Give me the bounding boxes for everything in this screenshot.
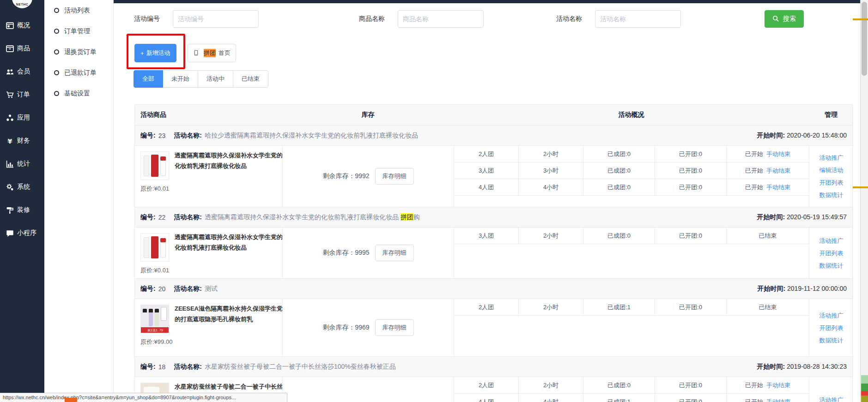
sidebar-item-apps[interactable]: 应用: [0, 106, 44, 129]
scrollbar-thumb[interactable]: [862, 2, 867, 76]
sidebar-item-label: 财务: [17, 137, 30, 145]
group-size: 3人团: [454, 228, 519, 244]
sidebar-item-goods[interactable]: 商品: [0, 37, 44, 60]
sidebar-item-orders[interactable]: 订单: [0, 83, 44, 106]
manage-link-2[interactable]: 数据统计: [819, 259, 844, 272]
group-row: 2人团2小时已成团:1已开团:0已结束: [454, 299, 809, 316]
groups-cell: 2人团2小时已成团:0已开团:0已开始手动结束3人团3小时已成团:0已开团:0已…: [454, 146, 809, 207]
manual-end-link[interactable]: 手动结束: [766, 167, 790, 175]
activity-header-row: 编号: 22 活动名称: 透蜜隔离霜遮瑕持久保湿补水女学生党的化妆前乳液打底裸妆…: [135, 207, 852, 228]
product-badge: 买1送1 .79: [141, 327, 169, 333]
subnav-item-1[interactable]: 订单管理: [44, 21, 113, 42]
group-size: 4人团: [454, 394, 519, 402]
product-name: 透蜜隔离霜遮瑕持久保湿补水女学生党的化妆前乳液打底裸妆化妆品: [175, 150, 283, 172]
subnav-item-0[interactable]: 活动列表: [44, 0, 113, 21]
groups-cell: 2人团2小时已成团:1已开团:0已结束: [454, 299, 809, 356]
search-field-input[interactable]: [398, 10, 484, 28]
product-price: 原价:¥99.00: [140, 338, 172, 346]
group-size: 2人团: [454, 299, 519, 315]
sidebar-item-miniapp[interactable]: 小程序: [0, 222, 44, 245]
search-field-1: 商品名称: [359, 10, 484, 28]
activity-header-left: 编号: 22 活动名称: 透蜜隔离霜遮瑕持久保湿补水女学生党的化妆前乳液打底裸妆…: [140, 213, 420, 222]
stock-cell: 剩余库存：9969 库存明细: [282, 299, 454, 356]
sidebar-item-label: 应用: [17, 114, 30, 122]
subnav-item-2[interactable]: 退换货订单: [44, 42, 113, 62]
search-field-input[interactable]: [173, 10, 259, 28]
add-activity-button[interactable]: + 新增活动: [134, 44, 176, 62]
product-image: 买1送1 .79: [140, 305, 169, 333]
main-nav-items: 概况 商品 会员 订单 应用 ¥ 财务 统计 系统 装修 小程序: [0, 14, 44, 245]
start-time-label: 开始时间:: [757, 213, 785, 221]
circle-o-icon: [54, 29, 59, 34]
manage-cell: 活动推广编辑活动开团列表数据统计: [809, 146, 853, 207]
manual-end-link[interactable]: 手动结束: [766, 183, 790, 192]
manage-link-0[interactable]: 活动推广: [819, 309, 844, 322]
stock-remaining: 剩余库存：9995: [322, 249, 369, 257]
scrollbar[interactable]: [860, 0, 868, 402]
tab-活动中[interactable]: 活动中: [198, 70, 233, 88]
sidebar-item-label: 系统: [17, 183, 30, 191]
group-status-cell: 已开始手动结束: [727, 394, 809, 402]
activity-block-20: 编号: 20 活动名称: 测试 开始时间: 2019-11-12 00:00:0…: [135, 279, 852, 357]
sidebar-item-overview[interactable]: 概况: [0, 14, 44, 37]
manual-end-link[interactable]: 手动结束: [766, 150, 790, 158]
subnav-item-3[interactable]: 已退款订单: [44, 62, 113, 83]
group-opened: 已开团:0: [655, 394, 727, 402]
subnav-item-4[interactable]: 基础设置: [44, 83, 113, 104]
sidebar-item-finance[interactable]: ¥ 财务: [0, 129, 44, 152]
manage-link-0[interactable]: 活动推广: [819, 234, 844, 247]
manage-link-2[interactable]: 开团列表: [819, 176, 844, 189]
sidebar-item-system[interactable]: 系统: [0, 175, 44, 198]
manage-link-1[interactable]: 编辑活动: [819, 164, 844, 176]
manage-link-1[interactable]: 开团列表: [819, 247, 844, 259]
manual-end-link[interactable]: 手动结束: [766, 398, 790, 402]
group-status-cell: 已结束: [727, 299, 809, 315]
subnav-items: 活动列表 订单管理 退换货订单 已退款订单 基础设置: [44, 0, 113, 104]
sidebar-item-stats[interactable]: 统计: [0, 152, 44, 175]
circle-o-icon: [54, 70, 59, 75]
product-cell: 透蜜隔离霜遮瑕持久保湿补水女学生党的化妆前乳液打底裸妆化妆品 原价:¥0.01: [135, 228, 282, 278]
search-field-0: 活动编号: [134, 10, 259, 28]
activity-header-row: 编号: 23 活动名称: 哈拉少透蜜隔离霜遮瑕持久保湿补水女学生党的化妆前乳液打…: [135, 126, 852, 146]
scroll-marker-green: [861, 384, 868, 391]
search-field-input[interactable]: [595, 10, 681, 28]
subnav-item-label: 退换货订单: [64, 48, 97, 56]
tab-已结束[interactable]: 已结束: [233, 70, 268, 88]
top-dark-strip: [114, 0, 868, 3]
group-status-cell: 已开始手动结束: [727, 179, 809, 195]
activity-name-value: 测试: [205, 285, 218, 293]
main-content: 活动编号 商品名称 活动名称 搜索 + 新增活动 拼团首页 全部 未开始 活动中…: [114, 3, 860, 402]
miniapp-icon: [6, 229, 14, 237]
activity-id-label: 编号:: [140, 285, 156, 293]
stock-remaining: 剩余库存：9992: [322, 172, 369, 180]
stock-detail-button[interactable]: 库存明细: [375, 168, 414, 185]
header-product: 活动商品: [135, 111, 282, 119]
manage-link-3[interactable]: 数据统计: [819, 189, 844, 201]
sidebar-item-label: 商品: [17, 44, 30, 53]
start-time-value: 2019-08-28 14:30:23: [787, 363, 847, 370]
sidebar-item-label: 小程序: [17, 229, 36, 237]
group-home-button[interactable]: 拼团首页: [188, 44, 236, 62]
group-row: 3人团3小时已成团:0已开团:0已开始手动结束: [454, 162, 809, 179]
svg-text:¥: ¥: [7, 137, 12, 145]
activity-id-value: 23: [158, 132, 166, 139]
manage-link-2[interactable]: 数据统计: [819, 334, 844, 347]
manage-link-0[interactable]: 活动推广: [819, 151, 844, 164]
manage-link-1[interactable]: 开团列表: [819, 322, 844, 334]
activity-header-left: 编号: 20 活动名称: 测试: [140, 285, 218, 293]
stock-detail-button[interactable]: 库存明细: [375, 319, 414, 336]
circle-o-icon: [54, 8, 59, 13]
group-formed: 已成团:0: [583, 179, 655, 195]
sidebar-item-members[interactable]: 会员: [0, 60, 44, 83]
stock-detail-button[interactable]: 库存明细: [375, 245, 414, 261]
tab-未开始[interactable]: 未开始: [163, 70, 198, 88]
activity-name-label: 活动名称:: [174, 285, 202, 293]
activity-header-row: 编号: 18 活动名称: 水星家纺蚕丝被子母被二合一被子中长丝洛莎100%蚕丝春…: [135, 357, 852, 377]
app-logo[interactable]: NETHC: [12, 0, 32, 8]
add-activity-label: 新增活动: [146, 49, 170, 57]
sidebar-item-decorate[interactable]: 装修: [0, 198, 44, 222]
manual-end-link[interactable]: 手动结束: [766, 381, 790, 390]
tab-全部[interactable]: 全部: [134, 70, 163, 88]
search-button[interactable]: 搜索: [765, 10, 804, 28]
manage-link-0[interactable]: 活动推广: [819, 394, 844, 402]
